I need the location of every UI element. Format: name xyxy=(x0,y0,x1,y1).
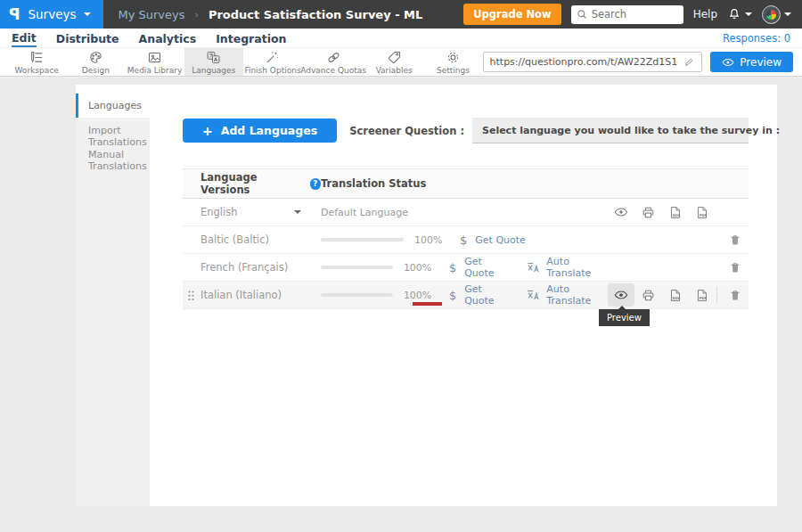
svg-text:DOC: DOC xyxy=(672,213,680,217)
screener-question-field[interactable]: Select language you would like to take t… xyxy=(472,118,749,143)
sidebar-item-languages[interactable]: Languages xyxy=(76,94,150,118)
upgrade-now-button[interactable]: Upgrade Now xyxy=(463,4,561,25)
magic-wand-icon xyxy=(265,50,280,65)
translation-progress-bar xyxy=(321,293,393,297)
toolbar-tab-workspace[interactable]: Workspace xyxy=(7,48,66,76)
svg-text:DOC: DOC xyxy=(672,296,680,299)
translation-status-cell: 100% $ Get Quote Auto Translate xyxy=(321,256,608,279)
language-name: Baltic (Baltic) xyxy=(200,233,269,246)
toolbar-tab-design[interactable]: Design xyxy=(66,48,125,76)
auto-translate-link[interactable]: Auto Translate xyxy=(546,283,608,307)
edit-url-icon[interactable] xyxy=(684,57,695,68)
image-icon xyxy=(147,50,162,65)
responses-count[interactable]: Responses: 0 xyxy=(723,32,790,45)
preview-button[interactable]: Preview xyxy=(710,52,793,72)
add-languages-button[interactable]: + Add Languages xyxy=(183,119,337,143)
red-underline-annotation xyxy=(413,302,442,306)
get-quote-link[interactable]: Get Quote xyxy=(475,234,526,246)
breadcrumb-my-surveys[interactable]: My Surveys xyxy=(118,8,184,21)
translation-progress-bar xyxy=(321,266,393,269)
add-languages-label: Add Languages xyxy=(221,124,317,137)
translation-percent: 100% xyxy=(404,290,430,301)
chevron-down-icon[interactable] xyxy=(294,210,301,214)
preview-icon[interactable] xyxy=(608,205,634,219)
sidebar: Languages Import Translations Manual Tra… xyxy=(76,85,150,506)
delete-icon[interactable] xyxy=(722,261,749,274)
language-versions-table: Language Versions ? Translation Status E… xyxy=(183,168,749,309)
tab-distribute[interactable]: Distribute xyxy=(56,30,119,46)
languages-workspace: Languages Import Translations Manual Tra… xyxy=(76,85,777,506)
toolbar-tab-variables[interactable]: Variables xyxy=(364,48,423,76)
get-quote-link[interactable]: Get Quote xyxy=(464,256,508,279)
dollar-icon[interactable]: $ xyxy=(449,261,456,274)
language-name-cell[interactable]: English xyxy=(183,206,321,218)
gear-icon xyxy=(446,50,461,65)
sidebar-item-import-translations[interactable]: Import Translations xyxy=(76,124,150,148)
translation-progress-bar xyxy=(321,238,404,241)
survey-toolbar: Workspace Design Media Library Languages… xyxy=(0,48,802,77)
questionpro-logo: P xyxy=(9,5,20,23)
table-header-row: Language Versions ? Translation Status xyxy=(183,168,749,199)
search-box[interactable] xyxy=(571,5,683,24)
sidebar-item-label: Languages xyxy=(88,100,142,111)
toolbar-tab-finish-options[interactable]: Finish Options xyxy=(243,48,302,76)
preview-button-label: Preview xyxy=(740,56,782,69)
palette-icon xyxy=(88,50,103,65)
print-icon[interactable] xyxy=(634,206,661,219)
language-name-cell[interactable]: French (Français) xyxy=(183,261,321,274)
download-doc-icon[interactable]: DOC xyxy=(661,206,688,219)
actions-divider xyxy=(716,287,717,303)
download-doc-icon[interactable]: DOC xyxy=(661,289,688,302)
tag-icon xyxy=(387,50,402,65)
survey-url[interactable]: https://questionpro.com/t/AW22Zd1S1 xyxy=(490,56,678,68)
toolbar-tab-label: Languages xyxy=(192,66,235,75)
toolbar-tab-label: Workspace xyxy=(15,66,59,75)
translate-icon xyxy=(206,50,221,65)
sidebar-item-manual-translations[interactable]: Manual Translations xyxy=(76,148,150,172)
table-row-french: French (Français) 100% $ Get Quote Auto … xyxy=(183,254,749,282)
print-icon[interactable] xyxy=(634,289,661,302)
help-link[interactable]: Help xyxy=(693,8,717,20)
default-language-label: Default Language xyxy=(321,207,408,218)
sidebar-rest: Import Translations Manual Translations xyxy=(76,118,150,506)
screener-question-label: Screener Question : xyxy=(349,125,464,137)
toolbar-tab-advance-quotas[interactable]: Advance Quotas xyxy=(302,48,364,76)
tab-analytics[interactable]: Analytics xyxy=(139,30,197,46)
auto-translate-link[interactable]: Auto Translate xyxy=(546,256,608,279)
delete-icon[interactable] xyxy=(722,233,749,247)
language-name-cell[interactable]: Baltic (Baltic) xyxy=(183,233,321,246)
preview-icon[interactable]: Preview xyxy=(608,283,634,307)
avatar xyxy=(762,5,781,24)
toolbar-tab-languages[interactable]: Languages xyxy=(184,48,243,76)
toolbar-tab-label: Advance Quotas xyxy=(300,66,366,75)
download-pdf-icon[interactable]: PDF xyxy=(688,289,715,302)
search-input[interactable] xyxy=(592,8,678,20)
download-pdf-icon[interactable]: PDF xyxy=(688,206,715,219)
toolbar-tab-media-library[interactable]: Media Library xyxy=(125,48,184,76)
survey-url-box: https://questionpro.com/t/AW22Zd1S1 xyxy=(483,52,703,72)
topbar: P Surveys My Surveys › Product Satisfact… xyxy=(0,0,802,29)
column-header-translation-status: Translation Status xyxy=(321,177,426,190)
language-name: French (Français) xyxy=(200,261,288,274)
dollar-icon[interactable]: $ xyxy=(460,233,467,247)
sidebar-item-label: Import Translations xyxy=(88,125,150,148)
delete-icon[interactable] xyxy=(722,289,749,302)
toolbar-tab-label: Variables xyxy=(376,66,413,75)
tab-edit[interactable]: Edit xyxy=(12,29,37,47)
language-name-cell[interactable]: Italian (Italiano) xyxy=(183,289,321,301)
translation-status-cell: 100% $ Get Quote xyxy=(321,233,608,247)
get-quote-link[interactable]: Get Quote xyxy=(464,283,508,307)
surveys-app-menu[interactable]: P Surveys xyxy=(0,0,103,29)
dollar-icon[interactable]: $ xyxy=(449,289,456,302)
drag-handle-icon[interactable] xyxy=(187,290,195,302)
row-actions xyxy=(608,233,749,247)
table-row-english: English Default Language DOC xyxy=(183,199,749,226)
help-circle-icon[interactable]: ? xyxy=(310,178,321,190)
tab-integration[interactable]: Integration xyxy=(216,30,286,46)
auto-translate-icon[interactable] xyxy=(527,261,540,274)
toolbar-tab-label: Media Library xyxy=(127,66,182,75)
notifications-menu[interactable] xyxy=(727,7,752,21)
toolbar-tab-settings[interactable]: Settings xyxy=(423,48,482,76)
account-menu[interactable] xyxy=(762,5,791,24)
auto-translate-icon[interactable] xyxy=(527,289,540,302)
